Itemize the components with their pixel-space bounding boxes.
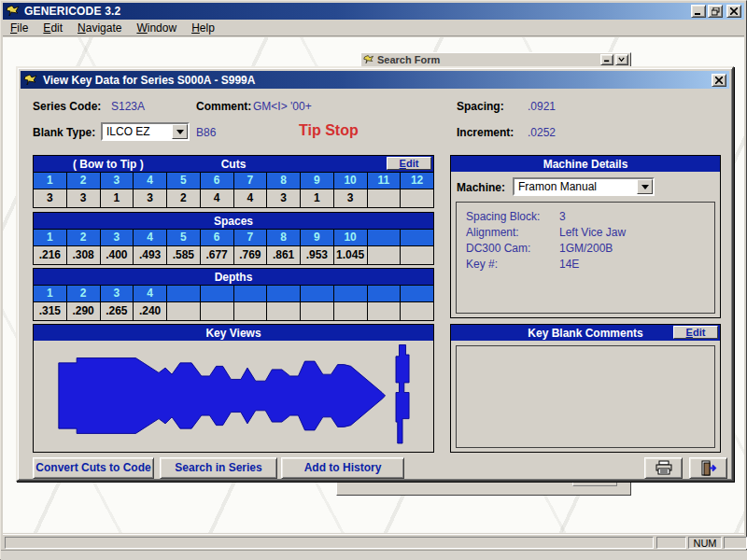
statusbar-message-panel [5,537,654,549]
spaces-val-5: .585 [167,246,201,264]
cuts-val-2: 3 [67,189,101,207]
statusbar-num-lock: NUM [688,537,722,549]
search-form-window-titlebar[interactable]: Search Form [360,52,631,67]
depths-val-6 [201,302,234,320]
depths-val-11 [368,302,402,320]
blank-type-combobox[interactable]: ILCO EZ [101,122,190,141]
menu-navigate[interactable]: Navigate [70,20,129,36]
app-title: GENERICODE 3.2 [24,5,121,18]
blank-type-label: Blank Type: [33,126,95,139]
spaces-panel: Spaces 12345678910 .216.308.400.493.585.… [33,212,434,265]
search-form-restore-button[interactable] [615,54,628,65]
depths-val-1: .315 [34,302,67,320]
depths-panel-header: Depths [34,269,433,285]
spaces-val-7: .769 [234,246,268,264]
machine-detail-row: Spacing Block: 3 [466,210,709,223]
key-blank-comments-box[interactable] [456,345,715,448]
cuts-col-9: 9 [301,173,334,189]
cuts-val-11 [368,189,402,207]
cuts-col-5: 5 [167,173,201,189]
machine-selected: Framon Manual [514,180,637,193]
comments-edit-button[interactable]: Edit [673,326,718,339]
key-silhouette-image [35,342,431,450]
search-form-minimize-button[interactable] [600,54,613,65]
cuts-val-6: 4 [201,189,234,207]
app-icon [6,5,21,18]
depths-col-9 [301,286,334,301]
alignment-label: Alignment: [466,226,519,239]
spacing-value: .0921 [528,100,556,113]
search-in-series-button[interactable]: Search in Series [160,457,277,479]
machine-detail-row: DC300 Cam: 1GM/200B [466,242,709,255]
cuts-column-headers: 123456789101112 [34,172,433,189]
spacing-label: Spacing: [457,100,504,113]
cuts-col-3: 3 [101,173,134,189]
minimize-button[interactable] [691,5,706,18]
spaces-values-row: .216.308.400.493.585.677.769.861.9531.04… [34,245,433,264]
cuts-col-10: 10 [334,173,368,189]
cuts-col-7: 7 [234,173,268,189]
menu-edit[interactable]: Edit [35,20,70,36]
dialog-title: View Key Data for Series S000A - S999A [43,74,255,87]
spaces-col-12 [401,230,433,245]
print-button[interactable] [644,457,683,479]
depths-col-12 [401,286,433,301]
view-key-data-dialog: View Key Data for Series S000A - S999A S… [16,66,734,482]
increment-value: .0252 [528,126,556,139]
menu-help[interactable]: Help [184,20,222,36]
menu-file[interactable]: File [3,20,35,36]
depths-values-row: .315.290.265.240 [34,301,433,320]
dc300-cam-value: 1GM/200B [559,242,613,255]
machine-dropdown-arrow-icon[interactable] [637,179,653,194]
convert-cuts-to-code-button[interactable]: Convert Cuts to Code [33,457,154,479]
dialog-icon [23,74,38,87]
blank-type-dropdown-arrow-icon[interactable] [172,124,188,139]
spaces-val-2: .308 [67,246,101,264]
key-blank-comments-header: Key Blank Comments Edit [451,325,720,341]
machine-detail-row: Key #: 14E [466,258,709,271]
spaces-col-5: 5 [167,230,201,245]
spaces-col-6: 6 [201,230,234,245]
add-to-history-button[interactable]: Add to History [281,457,404,479]
depths-val-2: .290 [67,302,101,320]
depths-col-1: 1 [34,286,67,301]
spaces-val-10: 1.045 [334,246,368,264]
menubar: File Edit Navigate Window Help [3,20,744,36]
spaces-val-11 [368,246,402,264]
tip-stop-indicator: Tip Stop [299,122,359,139]
key-views-title: Key Views [34,327,433,340]
dialog-close-button[interactable] [712,74,726,87]
machine-details-box: Spacing Block: 3 Alignment: Left Vice Ja… [456,202,715,314]
spaces-column-headers: 12345678910 [34,229,433,245]
menu-window[interactable]: Window [129,20,184,36]
workspace: Search Form View Key Data for Series S00… [3,37,744,533]
spaces-col-9: 9 [301,230,334,245]
restore-button[interactable] [708,5,723,18]
depths-title: Depths [34,271,433,284]
depths-col-10 [334,286,368,301]
cuts-val-9: 1 [301,189,334,207]
depths-col-2: 2 [67,286,101,301]
depths-val-8 [267,302,301,320]
machine-combobox[interactable]: Framon Manual [513,177,655,196]
main-titlebar: GENERICODE 3.2 [3,3,744,20]
bow-to-tip-label: ( Bow to Tip ) [73,158,144,171]
spaces-col-11 [368,230,402,245]
spacing-block-label: Spacing Block: [466,210,540,223]
spaces-val-12 [401,246,433,264]
depths-column-headers: 1234 [34,285,433,301]
spaces-val-1: .216 [34,246,67,264]
cuts-val-12 [401,189,433,207]
exit-button[interactable] [689,457,727,479]
depths-col-11 [368,286,402,301]
cuts-val-1: 3 [34,189,67,207]
spaces-col-10: 10 [334,230,368,245]
cuts-val-5: 2 [167,189,201,207]
cuts-edit-button[interactable]: Edit [387,157,431,170]
depths-col-4: 4 [134,286,167,301]
depths-col-8 [267,286,301,301]
key-views-panel: Key Views [33,324,434,453]
spaces-title: Spaces [34,215,433,228]
close-button[interactable] [726,5,741,18]
spaces-val-9: .953 [301,246,334,264]
